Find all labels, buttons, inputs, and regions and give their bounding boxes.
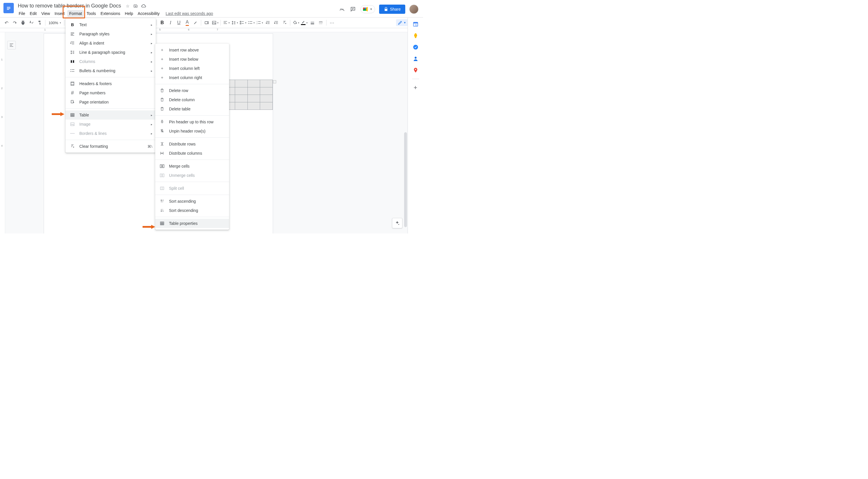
vruler-tick: 1 [1,58,3,61]
insert-column-left[interactable]: ＋Insert column left [155,64,229,73]
lock-icon [384,7,388,11]
numbered-list-button[interactable]: 12 [255,19,264,27]
side-panel: 31 + [408,18,423,234]
menu-view[interactable]: View [39,10,52,17]
format-paragraph-styles[interactable]: Paragraph styles▸ [65,29,156,38]
chevron-down-icon: ▼ [404,21,406,24]
show-outline-button[interactable] [7,41,16,50]
document-title[interactable]: How to remove table borders in Google Do… [17,2,122,9]
format-bullets-numbering[interactable]: Bullets & numbering▸ [65,66,156,75]
bullet-list-button[interactable] [247,19,255,27]
menu-insert[interactable]: Insert [53,10,67,17]
unmerge-cells: Unmerge cells [155,171,229,180]
border-style-button[interactable] [317,19,325,27]
checklist-button[interactable] [239,19,247,27]
menu-help[interactable]: Help [123,10,135,17]
svg-point-22 [70,69,71,70]
unpin-header-rows[interactable]: Unpin header row(s) [155,126,229,136]
format-align-indent[interactable]: Align & indent▸ [65,38,156,48]
border-width-button[interactable] [308,19,316,27]
insert-link-button[interactable] [203,19,211,27]
line-icon [69,130,75,136]
distribute-rows[interactable]: Distribute rows [155,140,229,149]
svg-point-20 [414,57,416,59]
print-button[interactable] [19,19,27,27]
menu-extensions[interactable]: Extensions [99,10,122,17]
explore-button[interactable] [392,218,402,228]
format-headers-footers[interactable]: Headers & footers [65,79,156,88]
cell-fill-button[interactable] [292,19,300,27]
format-text[interactable]: B Text▸ [65,20,156,29]
table-properties[interactable]: Table properties [155,219,229,228]
table-handle[interactable] [273,80,276,83]
menu-file[interactable]: File [17,10,27,17]
bold-button[interactable]: B [158,19,166,27]
format-page-orientation[interactable]: Page orientation [65,97,156,107]
delete-column[interactable]: Delete column [155,95,229,104]
line-spacing-button[interactable] [230,19,239,27]
share-label: Share [390,7,401,11]
menu-accessibility[interactable]: Accessibility [136,10,161,17]
pin-header-row[interactable]: Pin header up to this row [155,117,229,126]
horizontal-ruler[interactable]: 1 2 3 4 5 6 7 [0,28,423,32]
cloud-status-icon[interactable] [141,3,146,9]
delete-table[interactable]: Delete table [155,104,229,114]
zoom-select[interactable]: 100% [47,19,63,27]
delete-row[interactable]: Delete row [155,86,229,95]
format-line-spacing[interactable]: Line & paragraph spacing▸ [65,48,156,57]
format-table[interactable]: Table▸ [65,111,156,120]
format-clear-formatting[interactable]: Clear formatting ⌘\ [65,142,156,151]
sort-descending[interactable]: Sort descending [155,206,229,215]
vertical-ruler[interactable]: 1 2 3 4 [0,32,5,234]
paint-format-button[interactable] [36,19,44,27]
plus-icon: ＋ [159,56,165,62]
text-color-button[interactable]: A [183,19,191,27]
move-icon[interactable] [133,3,138,9]
more-button[interactable]: ⋯ [328,19,336,27]
star-icon[interactable]: ☆ [125,3,130,9]
distribute-columns[interactable]: Distribute columns [155,149,229,158]
undo-button[interactable]: ↶ [2,19,10,27]
comments-icon[interactable] [349,6,356,13]
vertical-scrollbar[interactable] [404,132,407,227]
keep-icon[interactable] [413,33,418,38]
add-addon-icon[interactable]: + [413,85,418,91]
underline-button[interactable]: U [175,19,183,27]
contacts-icon[interactable] [413,56,418,62]
svg-rect-2 [7,9,9,10]
border-color-button[interactable] [300,19,308,27]
share-button[interactable]: Share [379,5,405,14]
insert-row-below[interactable]: ＋Insert row below [155,55,229,64]
insert-row-above[interactable]: ＋Insert row above [155,46,229,55]
activity-icon[interactable] [339,6,345,13]
menu-format[interactable]: Format [67,10,84,17]
align-button[interactable] [222,19,230,27]
editing-mode-button[interactable]: ▼ [396,19,408,26]
maps-icon[interactable] [413,67,418,73]
spellcheck-button[interactable] [27,19,35,27]
sort-ascending[interactable]: Sort ascending [155,197,229,206]
clear-formatting-button[interactable] [281,19,288,27]
table-icon [159,220,165,226]
meet-button[interactable]: ▼ [361,5,375,13]
calendar-icon[interactable]: 31 [413,21,418,27]
increase-indent-button[interactable] [272,19,280,27]
tasks-icon[interactable] [413,44,418,50]
merge-cells[interactable]: Merge cells [155,161,229,171]
format-page-numbers[interactable]: # Page numbers [65,88,156,97]
last-edit-link[interactable]: Last edit was seconds ago [165,10,213,17]
meet-icon [363,7,369,12]
italic-button[interactable]: I [166,19,175,27]
insert-image-button[interactable] [211,19,219,27]
highlight-button[interactable] [191,19,199,27]
image-icon [69,121,75,127]
account-avatar[interactable] [409,5,418,14]
decrease-indent-button[interactable] [264,19,272,27]
menu-edit[interactable]: Edit [28,10,39,17]
docs-app-icon[interactable] [3,3,14,13]
clear-format-icon [69,144,75,149]
insert-column-right[interactable]: ＋Insert column right [155,73,229,82]
menu-tools[interactable]: Tools [85,10,98,17]
redo-button[interactable]: ↷ [11,19,19,27]
svg-rect-0 [7,7,10,7]
